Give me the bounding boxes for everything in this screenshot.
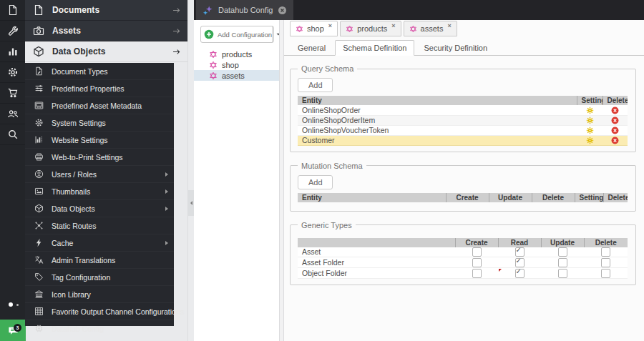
column-header-settings[interactable]: Settings [577, 96, 602, 105]
strip-item-settings[interactable] [0, 62, 25, 83]
submenu-item-tag-configuration[interactable]: Tag Configuration [25, 269, 174, 286]
read-checkbox[interactable] [515, 247, 525, 257]
editor-tab-assets[interactable]: assets× [404, 21, 457, 36]
mutation-schema-add-button[interactable]: Add [298, 175, 333, 189]
settings-cell[interactable] [577, 125, 602, 135]
delete-icon[interactable] [611, 136, 619, 144]
settings-gear-icon[interactable] [586, 105, 594, 114]
close-tab-icon[interactable]: × [447, 22, 451, 29]
read-checkbox[interactable] [515, 258, 525, 267]
column-header-delete[interactable]: Delete [602, 96, 628, 105]
editor-tab-shop[interactable]: shop× [290, 21, 338, 36]
query-schema-row-Customer[interactable]: Customer [298, 135, 628, 145]
settings-cell[interactable] [577, 105, 602, 115]
query-schema-add-button[interactable]: Add [298, 78, 333, 92]
delete-icon[interactable] [611, 126, 619, 134]
subtab-schema-definition[interactable]: Schema Definition [335, 40, 414, 56]
delete-checkbox[interactable] [601, 247, 610, 257]
strip-item-ecommerce[interactable] [0, 83, 25, 104]
submenu-item-cache[interactable]: Cache [25, 234, 174, 252]
strip-item-statistics[interactable] [0, 41, 25, 62]
type-label-cell: Asset Folder [298, 257, 455, 268]
entity-cell[interactable]: Customer [298, 135, 577, 145]
settings-cell[interactable] [577, 115, 602, 125]
tree-item-assets[interactable]: assets [194, 70, 279, 81]
panel-splitter[interactable] [279, 20, 284, 341]
delete-checkbox[interactable] [601, 269, 610, 278]
delete-cell[interactable] [602, 125, 628, 135]
tree-item-products[interactable]: products [194, 49, 279, 59]
strip-item-search[interactable] [0, 124, 25, 145]
column-header-delete[interactable]: Delete [603, 193, 628, 202]
update-checkbox[interactable] [558, 258, 567, 267]
submenu-item-label: Web-to-Print Settings [52, 153, 123, 162]
submenu-item-icon-library[interactable]: Icon Library [25, 286, 174, 303]
menu-header-data-objects[interactable]: Data Objects [25, 41, 187, 62]
query-schema-row-OnlineShopVoucherToken[interactable]: OnlineShopVoucherToken [298, 125, 628, 135]
add-configuration-button[interactable]: Add Configuration [200, 26, 274, 43]
submenu-item-admin-translations[interactable]: Admin Translations [25, 252, 174, 269]
strip-item-tools[interactable] [0, 21, 25, 41]
entity-cell[interactable]: OnlineShopOrder [298, 105, 577, 115]
submenu-item-data-objects[interactable]: Data Objects [25, 200, 174, 217]
tab-datahub-config[interactable]: Datahub Config [196, 0, 293, 20]
delete-checkbox[interactable] [601, 258, 610, 267]
column-header-update[interactable]: Update [489, 193, 532, 202]
submenu-item-predefined-asset-metadata[interactable]: Predefined Asset Metadata [25, 97, 174, 114]
query-schema-row-OnlineShopOrder[interactable]: OnlineShopOrder [298, 105, 628, 115]
chat-button[interactable]: 3 [0, 320, 26, 341]
column-header-blank[interactable] [298, 238, 455, 247]
tree-item-shop[interactable]: shop [194, 59, 279, 70]
create-checkbox[interactable] [472, 247, 482, 257]
settings-gear-icon[interactable] [586, 116, 594, 124]
delete-icon[interactable] [611, 105, 619, 114]
menu-header-assets[interactable]: Assets [25, 21, 187, 41]
column-header-create[interactable]: Create [446, 193, 489, 202]
delete-icon[interactable] [611, 116, 619, 124]
editor-tab-products[interactable]: products× [340, 21, 401, 36]
submenu-item-users-roles[interactable]: Users / Roles [25, 166, 174, 183]
create-checkbox[interactable] [472, 269, 482, 278]
close-tab-icon[interactable] [278, 6, 287, 15]
submenu-item-label: System Settings [52, 119, 106, 127]
submenu-item-datahub-config[interactable]: Datahub Config [25, 320, 174, 337]
subtab-general[interactable]: General [290, 40, 333, 56]
create-checkbox[interactable] [472, 258, 482, 267]
column-header-entity[interactable]: Entity [298, 193, 446, 202]
subtab-security-definition[interactable]: Security Definition [416, 40, 495, 56]
submenu-item-favorite-output-channel-configurations[interactable]: Favorite Output Channel Configurations [25, 303, 174, 320]
submenu-item-thumbnails[interactable]: Thumbnails [25, 183, 174, 200]
column-header-read[interactable]: Read [498, 238, 541, 247]
submenu-item-website-settings[interactable]: Website Settings [25, 132, 174, 149]
submenu-item-system-settings[interactable]: System Settings [25, 114, 174, 132]
settings-gear-icon[interactable] [586, 136, 594, 144]
delete-cell[interactable] [602, 105, 628, 115]
collapse-handle[interactable] [188, 190, 194, 216]
submenu-item-web-to-print-settings[interactable]: Web-to-Print Settings [25, 149, 174, 166]
entity-cell[interactable]: OnlineShopVoucherToken [298, 125, 577, 135]
close-tab-icon[interactable]: × [391, 22, 395, 29]
generic-type-row-object-folder: Object Folder [298, 267, 628, 278]
entity-cell[interactable]: OnlineShopOrderItem [298, 115, 577, 125]
strip-item-documents[interactable] [0, 0, 25, 21]
settings-gear-icon[interactable] [586, 126, 594, 134]
column-header-update[interactable]: Update [541, 238, 584, 247]
strip-item-customers[interactable] [0, 104, 25, 124]
update-checkbox[interactable] [558, 269, 567, 278]
delete-cell[interactable] [602, 115, 628, 125]
query-schema-row-OnlineShopOrderItem[interactable]: OnlineShopOrderItem [298, 115, 628, 125]
submenu-item-static-routes[interactable]: Static Routes [25, 217, 174, 234]
menu-header-documents[interactable]: Documents [25, 0, 187, 21]
read-checkbox[interactable] [515, 269, 525, 278]
column-header-create[interactable]: Create [455, 238, 498, 247]
column-header-delete[interactable]: Delete [584, 238, 628, 247]
delete-cell[interactable] [602, 135, 628, 145]
close-tab-icon[interactable]: × [328, 22, 332, 29]
column-header-entity[interactable]: Entity [298, 96, 577, 105]
column-header-settings[interactable]: Settings [575, 193, 603, 202]
submenu-item-predefined-properties[interactable]: Predefined Properties [25, 80, 174, 97]
update-checkbox[interactable] [558, 247, 567, 257]
submenu-item-document-types[interactable]: Document Types [25, 63, 174, 80]
settings-cell[interactable] [577, 135, 602, 145]
column-header-delete[interactable]: Delete [532, 193, 575, 202]
